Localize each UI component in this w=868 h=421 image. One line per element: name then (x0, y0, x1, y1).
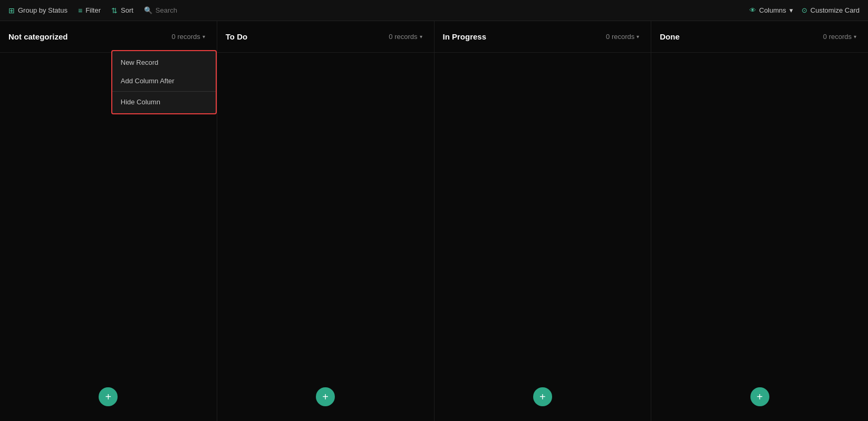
dropdown-add-column-after[interactable]: Add Column After (112, 72, 216, 90)
column-footer-done: + (651, 381, 868, 413)
add-record-button-done[interactable]: + (750, 387, 769, 406)
sort-label: Sort (121, 6, 133, 14)
column-body-to-do (217, 53, 434, 421)
column-count-chevron-in-progress: ▾ (636, 34, 639, 40)
column-count-label-in-progress: 0 records (606, 33, 634, 41)
column-footer-in-progress: + (435, 381, 651, 413)
kanban-column-not-categorized: Not categorized 0 records ▾ New Record A… (0, 21, 217, 421)
toolbar-right: 👁 Columns ▾ ⊙ Customize Card (749, 6, 860, 14)
columns-button[interactable]: 👁 Columns ▾ (749, 6, 793, 14)
column-count-in-progress[interactable]: 0 records ▾ (603, 32, 642, 42)
group-by-icon: ⊞ (8, 6, 15, 15)
kanban-column-in-progress: In Progress 0 records ▾ + (435, 21, 652, 421)
column-title-to-do: To Do (226, 32, 247, 41)
column-footer-to-do: + (217, 381, 434, 413)
customize-card-icon: ⊙ (802, 6, 807, 14)
sort-icon: ⇅ (111, 6, 118, 15)
group-by-label: Group by Status (18, 6, 67, 14)
column-count-done[interactable]: 0 records ▾ (820, 32, 860, 42)
search-input[interactable] (156, 6, 219, 14)
column-body-in-progress (435, 53, 651, 421)
dropdown-divider (112, 91, 216, 92)
column-title-in-progress: In Progress (443, 32, 487, 41)
column-count-to-do[interactable]: 0 records ▾ (385, 32, 425, 42)
search-icon: 🔍 (144, 6, 152, 14)
toolbar: ⊞ Group by Status ≡ Filter ⇅ Sort 🔍 👁 Co… (0, 0, 868, 21)
kanban-column-to-do: To Do 0 records ▾ + (217, 21, 435, 421)
column-title-not-categorized: Not categorized (8, 32, 68, 41)
filter-label: Filter (85, 6, 101, 14)
columns-label: Columns (759, 6, 786, 14)
column-header-to-do: To Do 0 records ▾ (217, 21, 434, 53)
dropdown-menu-not-categorized: New Record Add Column After Hide Column (111, 50, 217, 114)
customize-card-label: Customize Card (811, 6, 860, 14)
columns-chevron-icon: ▾ (789, 6, 793, 14)
column-count-label-not-categorized: 0 records (172, 33, 200, 41)
column-footer-not-categorized: + (0, 381, 217, 413)
column-header-in-progress: In Progress 0 records ▾ (435, 21, 651, 53)
customize-card-button[interactable]: ⊙ Customize Card (802, 6, 860, 14)
column-count-chevron-done: ▾ (854, 34, 856, 40)
dropdown-hide-column[interactable]: Hide Column (112, 93, 216, 111)
filter-icon: ≡ (78, 6, 82, 15)
column-count-label-to-do: 0 records (389, 33, 417, 41)
add-record-button-in-progress[interactable]: + (533, 387, 552, 406)
column-title-done: Done (660, 32, 680, 41)
kanban-board: Not categorized 0 records ▾ New Record A… (0, 21, 868, 421)
column-count-not-categorized[interactable]: 0 records ▾ (169, 32, 208, 42)
dropdown-new-record[interactable]: New Record (112, 53, 216, 72)
column-count-chevron-not-categorized: ▾ (202, 34, 205, 40)
columns-icon: 👁 (749, 6, 756, 14)
column-body-done (651, 53, 868, 421)
column-count-label-done: 0 records (823, 33, 852, 41)
group-by-button[interactable]: ⊞ Group by Status (8, 6, 67, 15)
column-header-not-categorized: Not categorized 0 records ▾ New Record A… (0, 21, 217, 53)
column-header-done: Done 0 records ▾ (651, 21, 868, 53)
add-record-button-not-categorized[interactable]: + (99, 387, 118, 406)
sort-button[interactable]: ⇅ Sort (111, 6, 133, 15)
add-record-button-to-do[interactable]: + (316, 387, 335, 406)
search-container: 🔍 (144, 6, 219, 14)
column-count-chevron-to-do: ▾ (420, 34, 422, 40)
kanban-column-done: Done 0 records ▾ + (651, 21, 868, 421)
filter-button[interactable]: ≡ Filter (78, 6, 101, 15)
